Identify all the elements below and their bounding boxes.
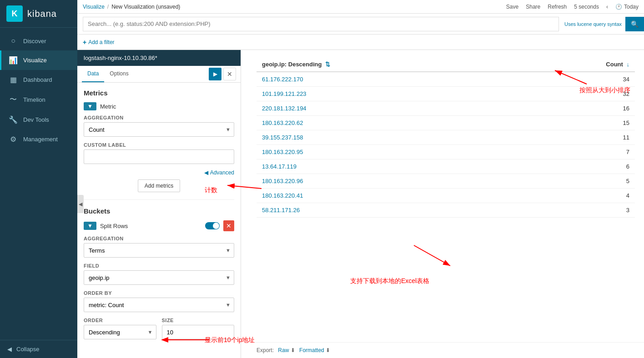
- topbar-actions: Save Share Refresh 5 seconds ‹ 🕐 Today: [506, 4, 639, 10]
- sidebar-item-devtools[interactable]: 🔧 Dev Tools: [0, 110, 77, 129]
- breadcrumb-separator: /: [107, 4, 109, 10]
- size-group: Size: [162, 318, 235, 339]
- metric-badge[interactable]: ▼: [84, 102, 96, 110]
- export-formatted-link[interactable]: Formatted: [299, 347, 324, 353]
- data-table: geoip.ip: Descending ⇅ Count ↓ 61.176.22…: [257, 57, 635, 218]
- ip-cell[interactable]: 180.163.220.62: [257, 116, 520, 130]
- search-syntax-label[interactable]: Uses lucene query syntax: [564, 21, 625, 27]
- ip-cell[interactable]: 39.155.237.158: [257, 130, 520, 145]
- breadcrumb-visualize-link[interactable]: Visualize: [83, 4, 105, 10]
- kibana-logo-text: kibana: [27, 9, 57, 19]
- count-cell: 34: [520, 72, 635, 87]
- bucket-row-header: ▼ Split Rows ✕: [84, 220, 234, 231]
- ip-cell[interactable]: 220.181.132.194: [257, 101, 520, 116]
- ip-cell[interactable]: 58.211.171.26: [257, 203, 520, 218]
- size-label: Size: [162, 318, 235, 323]
- col-count-header[interactable]: Count ↓: [520, 57, 635, 72]
- aggregation2-label: Aggregation: [84, 236, 234, 241]
- ip-cell[interactable]: 180.163.220.95: [257, 145, 520, 159]
- tab-data[interactable]: Data: [82, 66, 104, 82]
- add-metrics-button[interactable]: Add metrics: [138, 179, 180, 192]
- ip-cell[interactable]: 180.163.220.96: [257, 174, 520, 189]
- kibana-logo-icon: K: [6, 5, 23, 22]
- filter-bar: + Add a filter: [77, 35, 644, 50]
- panel-content: Metrics ▼ Metric Aggregation Count ▼: [77, 83, 241, 358]
- ip-cell[interactable]: 101.199.121.223: [257, 87, 520, 101]
- col-ip-header[interactable]: geoip.ip: Descending ⇅: [257, 57, 520, 72]
- order-size-row: Order Descending Ascending ▼ Size: [84, 318, 234, 345]
- custom-label-group: Custom Label: [84, 142, 234, 164]
- collapse-toggle-button[interactable]: ◀: [77, 195, 84, 213]
- table-row: 58.211.171.263: [257, 203, 635, 218]
- ip-cell[interactable]: 61.176.222.170: [257, 72, 520, 87]
- count-cell: 6: [520, 159, 635, 174]
- sidebar-item-dashboard[interactable]: ▦ Dashboard: [0, 70, 77, 90]
- table-row: 180.163.220.414: [257, 189, 635, 203]
- right-panel: geoip.ip: Descending ⇅ Count ↓ 61.176.22…: [241, 50, 644, 358]
- add-filter-button[interactable]: + Add a filter: [83, 39, 115, 46]
- sidebar-item-timelion[interactable]: 〜 Timelion: [0, 90, 77, 110]
- sidebar-item-label: Dashboard: [23, 76, 52, 83]
- close-panel-button[interactable]: ✕: [223, 68, 236, 80]
- advanced-toggle[interactable]: ◀ Advanced: [84, 169, 234, 176]
- tab-options[interactable]: Options: [104, 66, 134, 82]
- sidebar-item-discover[interactable]: ○ Discover: [0, 31, 77, 50]
- split-rows-toggle[interactable]: [205, 222, 220, 229]
- aggregation2-select[interactable]: Terms: [84, 243, 234, 258]
- body-area: logstash-nginx-10.10.30.86* Data Options…: [77, 50, 644, 358]
- ip-cell[interactable]: 13.64.17.119: [257, 159, 520, 174]
- collapse-button[interactable]: ◀ Collapse: [0, 340, 77, 358]
- play-button[interactable]: ▶: [209, 68, 221, 80]
- search-bar: Uses lucene query syntax 🔍: [77, 14, 644, 35]
- export-raw-link[interactable]: Raw: [278, 347, 289, 353]
- field-label: Field: [84, 263, 234, 268]
- search-input[interactable]: [83, 20, 558, 27]
- index-name: logstash-nginx-10.10.30.86*: [84, 55, 157, 61]
- today-button[interactable]: 🕐 Today: [615, 4, 639, 10]
- sidebar-item-management[interactable]: ⚙ Management: [0, 129, 77, 149]
- sidebar-nav: ○ Discover 📊 Visualize ▦ Dashboard 〜 Tim…: [0, 28, 77, 340]
- refresh-button[interactable]: Refresh: [548, 4, 567, 10]
- discover-icon: ○: [9, 37, 18, 45]
- devtools-icon: 🔧: [9, 115, 18, 124]
- aggregation2-select-wrap: Terms ▼: [84, 243, 234, 258]
- clock-icon: 🕐: [615, 4, 622, 10]
- aggregation-select[interactable]: Count: [84, 122, 234, 137]
- table-row: 180.163.220.957: [257, 145, 635, 159]
- ip-cell[interactable]: 180.163.220.41: [257, 189, 520, 203]
- sidebar-item-visualize[interactable]: 📊 Visualize: [0, 50, 77, 70]
- main-area: Visualize / New Visualization (unsaved) …: [77, 0, 644, 358]
- field-group: Field geoip.ip ▼: [84, 263, 234, 285]
- table-row: 101.199.121.22332: [257, 87, 635, 101]
- size-input[interactable]: [162, 325, 235, 339]
- sort-ip-icon: ⇅: [325, 61, 330, 68]
- dashboard-icon: ▦: [9, 75, 18, 84]
- custom-label-input[interactable]: [84, 149, 234, 164]
- visualize-icon: 📊: [9, 56, 18, 65]
- order-select-wrap: Descending Ascending ▼: [84, 325, 156, 339]
- sort-count-icon: ↓: [627, 61, 630, 68]
- save-button[interactable]: Save: [506, 4, 518, 10]
- order-select[interactable]: Descending Ascending: [84, 325, 156, 339]
- order-by-select[interactable]: metric: Count: [84, 298, 234, 312]
- download-formatted-icon: ⬇: [326, 347, 330, 353]
- order-label: Order: [84, 318, 156, 323]
- sidebar-logo: K kibana: [0, 0, 77, 28]
- table-row: 61.176.222.17034: [257, 72, 635, 87]
- count-cell: 16: [520, 101, 635, 116]
- toggle-knob: [213, 223, 219, 229]
- count-cell: 3: [520, 203, 635, 218]
- delete-bucket-button[interactable]: ✕: [223, 220, 234, 231]
- download-raw-icon: ⬇: [291, 347, 295, 353]
- prev-interval-button[interactable]: ‹: [606, 4, 608, 10]
- metrics-title: Metrics: [84, 89, 234, 97]
- management-icon: ⚙: [9, 135, 18, 144]
- search-button[interactable]: 🔍: [625, 17, 644, 31]
- share-button[interactable]: Share: [526, 4, 540, 10]
- advanced-arrow-icon: ◀: [204, 169, 208, 176]
- field-select[interactable]: geoip.ip: [84, 270, 234, 285]
- collapse-icon: ◀: [7, 346, 12, 353]
- split-rows-badge[interactable]: ▼: [84, 222, 96, 230]
- topbar: Visualize / New Visualization (unsaved) …: [77, 0, 644, 14]
- table-row: 39.155.237.15811: [257, 130, 635, 145]
